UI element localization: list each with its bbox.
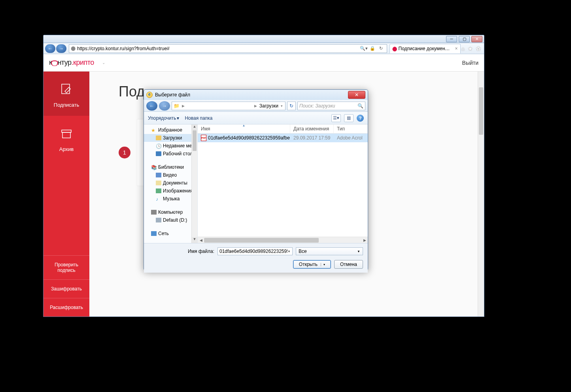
- tools-icon[interactable]: ✿: [476, 45, 481, 52]
- tree-desktop[interactable]: Рабочий стол: [144, 150, 197, 158]
- column-date[interactable]: Дата изменения: [290, 124, 334, 133]
- breadcrumb-dropdown-icon[interactable]: ▾: [280, 104, 284, 108]
- folder-tree: ★Избранное Загрузки 🕓Недавние места Рабо…: [144, 124, 198, 243]
- filetype-selector[interactable]: Все ▼: [296, 247, 363, 255]
- dialog-toolbar: Упорядочить ▾ Новая папка ☰ ▾ ▥ ?: [144, 112, 368, 124]
- file-type: Adobe Acrol: [334, 135, 368, 141]
- window-maximize-button[interactable]: ▢: [459, 36, 470, 42]
- window-close-button[interactable]: ✕: [471, 36, 482, 42]
- breadcrumb-sep-icon: ▶: [181, 104, 185, 108]
- open-split-icon[interactable]: ▾: [321, 263, 325, 266]
- dialog-refresh-button[interactable]: ↻: [287, 102, 296, 110]
- file-list-h-scrollbar[interactable]: ◀ ▶: [198, 237, 368, 243]
- cancel-button[interactable]: Отмена: [334, 260, 363, 269]
- sidebar-item-encrypt[interactable]: Зашифровать: [43, 279, 89, 298]
- sign-icon: [45, 82, 88, 99]
- nav-back-button[interactable]: ←: [45, 44, 55, 53]
- window-minimize-button[interactable]: ─: [446, 36, 457, 42]
- tree-scrollbar[interactable]: ▲ ▼: [191, 124, 197, 243]
- sort-indicator-icon: ▲: [242, 124, 246, 127]
- file-row[interactable]: PDF 01dfae6e5d4d90d9892622325959afbe 29.…: [198, 134, 368, 142]
- breadcrumb-current[interactable]: Загрузки: [258, 103, 280, 109]
- help-button[interactable]: ?: [357, 115, 364, 122]
- nav-forward-button[interactable]: →: [56, 44, 66, 53]
- file-list-header: Имя ▲ Дата изменения Тип: [198, 124, 368, 134]
- dialog-nav-forward[interactable]: →: [159, 101, 170, 111]
- dialog-body: ★Избранное Загрузки 🕓Недавние места Рабо…: [144, 124, 368, 243]
- tree-default-drive[interactable]: Default (D:): [144, 216, 197, 224]
- tree-images[interactable]: Изображения: [144, 187, 197, 195]
- app-header: кнтур.крипто ⌄ Выйти: [43, 54, 484, 72]
- search-placeholder-text: Поиск: Загрузки: [299, 103, 335, 109]
- organize-menu[interactable]: Упорядочить ▾: [148, 115, 179, 121]
- dialog-nav-back[interactable]: ←: [146, 101, 157, 111]
- file-name: 01dfae6e5d4d90d9892622325959afbe: [208, 135, 290, 141]
- open-button[interactable]: Открыть ▾: [293, 260, 331, 269]
- folder-icon: 📁: [174, 103, 180, 109]
- app-logo: кнтур.крипто: [49, 58, 94, 67]
- sidebar-item-decrypt[interactable]: Расшифровать: [43, 298, 89, 317]
- sidebar-item-archive[interactable]: Архив: [43, 116, 89, 160]
- tree-libraries[interactable]: 📚Библиотеки: [144, 163, 197, 171]
- step-badge-1: 1: [119, 147, 130, 158]
- sidebar-archive-label: Архив: [59, 146, 74, 152]
- search-icon[interactable]: 🔍: [357, 103, 363, 109]
- tree-computer[interactable]: Компьютер: [144, 208, 197, 216]
- site-icon: ⬤: [71, 46, 76, 51]
- tab-favicon: ⬤: [392, 46, 397, 51]
- chevron-down-icon: ▼: [357, 250, 360, 253]
- sidebar-item-sign[interactable]: Подписать: [43, 72, 89, 116]
- filename-input[interactable]: ▼: [217, 247, 293, 255]
- vertical-scrollbar[interactable]: [478, 72, 484, 317]
- new-folder-button[interactable]: Новая папка: [185, 115, 212, 121]
- browser-tab[interactable]: ⬤ Подписание документов ... ×: [389, 44, 461, 53]
- dialog-footer: Имя файла: ▼ Все ▼ Открыть ▾ Отмена: [144, 243, 368, 273]
- home-icon[interactable]: ⌂: [461, 45, 465, 52]
- filename-label: Имя файла:: [188, 249, 214, 254]
- filename-field[interactable]: [219, 249, 287, 254]
- tree-recent[interactable]: 🕓Недавние места: [144, 142, 197, 150]
- breadcrumb-sep-icon: ▶: [253, 104, 258, 108]
- archive-icon: [45, 126, 88, 143]
- tab-title: Подписание документов ...: [399, 46, 452, 51]
- dialog-breadcrumb[interactable]: 📁 ▶ ▶ Загрузки ▾: [172, 102, 286, 110]
- url-input[interactable]: [77, 46, 360, 51]
- lock-icon[interactable]: 🔒: [369, 45, 376, 52]
- sidebar-item-verify[interactable]: Проверить подпись: [43, 255, 89, 279]
- file-date: 29.09.2017 17:59: [290, 135, 334, 141]
- file-list: Имя ▲ Дата изменения Тип PDF 01dfae6e5d4…: [198, 124, 368, 243]
- tree-favorites[interactable]: ★Избранное: [144, 126, 197, 134]
- window-titlebar: ─ ▢ ✕: [43, 35, 484, 43]
- sidebar: Подписать Архив Проверить подпись Зашифр…: [43, 72, 89, 317]
- dialog-search-box[interactable]: Поиск: Загрузки 🔍: [297, 102, 365, 110]
- chevron-down-icon: ▾: [177, 115, 179, 121]
- tree-music[interactable]: ♪Музыка: [144, 195, 197, 203]
- product-switcher-icon[interactable]: ⌄: [102, 60, 105, 65]
- dialog-title: Выберите файл: [155, 92, 348, 98]
- svg-rect-1: [62, 130, 71, 132]
- filetype-value: Все: [299, 249, 307, 254]
- refresh-icon[interactable]: ↻: [377, 45, 385, 52]
- search-dropdown-icon[interactable]: 🔍▾: [360, 45, 368, 52]
- tab-close-icon[interactable]: ×: [455, 46, 458, 51]
- tree-downloads[interactable]: Загрузки: [144, 134, 197, 142]
- sidebar-sign-label: Подписать: [54, 102, 79, 108]
- browser-nav-bar: ← → ⬤ 🔍▾ 🔒 ↻ ⬤ Подписание документов ...…: [43, 43, 484, 54]
- address-bar[interactable]: ⬤ 🔍▾ 🔒 ↻: [69, 44, 387, 53]
- tree-video[interactable]: Видео: [144, 171, 197, 179]
- dialog-nav-bar: ← → 📁 ▶ ▶ Загрузки ▾ ↻ Поиск: Загрузки 🔍: [144, 100, 368, 112]
- svg-rect-2: [62, 132, 70, 138]
- dialog-close-button[interactable]: ✕: [348, 91, 365, 99]
- file-open-dialog: Выберите файл ✕ ← → 📁 ▶ ▶ Загрузки ▾ ↻ П…: [144, 89, 368, 271]
- tree-documents[interactable]: Документы: [144, 179, 197, 187]
- pdf-icon: PDF: [201, 135, 206, 141]
- view-mode-button[interactable]: ☰ ▾: [331, 114, 341, 122]
- favorites-icon[interactable]: ★: [468, 45, 473, 52]
- column-type[interactable]: Тип: [334, 124, 368, 133]
- ie-icon: [146, 92, 153, 98]
- preview-pane-button[interactable]: ▥: [344, 114, 354, 122]
- filename-dropdown-icon[interactable]: ▼: [287, 250, 291, 253]
- tree-network[interactable]: Сеть: [144, 230, 197, 237]
- logout-link[interactable]: Выйти: [462, 60, 478, 66]
- column-name[interactable]: Имя ▲: [198, 124, 290, 133]
